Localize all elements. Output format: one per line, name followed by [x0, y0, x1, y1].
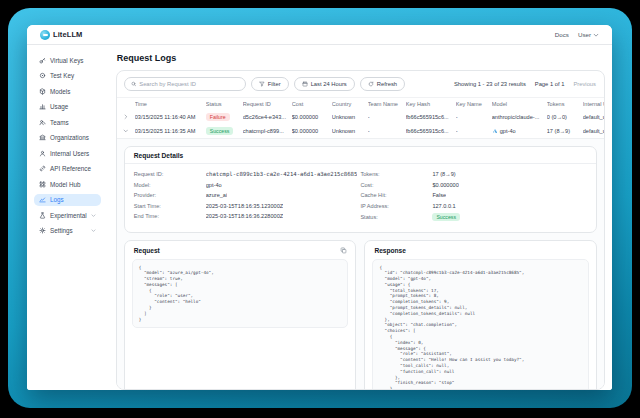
bank-icon [39, 134, 46, 141]
page-indicator: Page 1 of 1 [535, 81, 565, 87]
sidebar-item-organizations[interactable]: Organizations [34, 132, 101, 145]
sidebar-item-teams[interactable]: Teams [34, 116, 101, 129]
response-json: { "id": "chatcmpl-c899c1b3-ca2e-4214-a6d… [372, 259, 589, 390]
search-input[interactable] [139, 81, 238, 87]
sidebar-item-settings[interactable]: Settings [34, 225, 101, 238]
table-row-expanded[interactable]: 03/15/2025 11:16:35 AM Success chatcmpl-… [117, 124, 604, 138]
key-icon [39, 57, 46, 64]
refresh-button[interactable]: Refresh [360, 77, 405, 91]
logs-toolbar: Filter Last 24 Hours Refresh Showing 1 -… [117, 71, 604, 97]
page-title: Request Logs [117, 53, 605, 63]
tokens-value: 17 (8→9) [432, 171, 455, 177]
bar-chart-icon [39, 103, 46, 110]
request-panel-title: Request [134, 247, 160, 254]
chevron-down-icon [91, 228, 96, 233]
flask-icon [39, 212, 46, 219]
ip-address-value: 127.0.0.1 [432, 203, 455, 209]
request-panel: Request { "model": "azure_ai/gpt-4o", "s… [124, 240, 357, 390]
previous-page-button[interactable]: Previous [573, 81, 596, 87]
litellm-logo-icon [40, 30, 50, 40]
sidebar-item-logs[interactable]: Logs [34, 194, 101, 207]
user-icon [39, 150, 46, 157]
end-time-value: 2025-03-15T18:16:36.228000Z [206, 213, 283, 219]
request-details-card: Request Details Request ID:chatcmpl-c899… [124, 146, 597, 233]
status-badge: Success [432, 213, 460, 221]
calendar-icon [302, 81, 308, 87]
model-value: gpt-4o [206, 182, 222, 188]
response-panel: Response { "id": "chatcmpl-c899c1b3-ca2e… [364, 240, 597, 390]
sidebar-item-api-reference[interactable]: API Reference [34, 163, 101, 176]
chevron-right-icon [123, 114, 129, 120]
copy-icon [340, 247, 347, 254]
app-window: LiteLLM Docs User Virtual Keys Test Ke [27, 25, 612, 390]
link-icon [39, 165, 46, 172]
copy-button[interactable] [340, 247, 347, 254]
table-row[interactable]: 03/15/2025 11:16:40 AM Failure d5c26ce4-… [117, 110, 604, 124]
gear-icon [39, 227, 46, 234]
filter-button[interactable]: Filter [251, 77, 289, 91]
time-range-button[interactable]: Last 24 Hours [294, 77, 355, 91]
logs-card: Filter Last 24 Hours Refresh Showing 1 -… [116, 70, 605, 390]
sidebar-item-experimental[interactable]: Experimental [34, 209, 101, 222]
expand-row-button[interactable] [121, 114, 135, 120]
cost-value: $0.000000 [432, 182, 458, 188]
request-id-value: chatcmpl-c899c1b3-ca2e-4214-a6d1-a3ae215… [206, 171, 358, 177]
user-menu[interactable]: User [578, 31, 599, 38]
grid-icon [39, 181, 46, 188]
docs-link[interactable]: Docs [555, 31, 569, 38]
sidebar-item-internal-users[interactable]: Internal Users [34, 147, 101, 160]
status-badge: Success [206, 127, 234, 135]
team-icon [39, 119, 46, 126]
sidebar-item-usage[interactable]: Usage [34, 101, 101, 114]
azure-provider-icon [492, 128, 498, 134]
expanded-row-panel: Request Details Request ID:chatcmpl-c899… [117, 138, 604, 389]
start-time-value: 2025-03-15T18:16:35.123000Z [206, 203, 283, 209]
refresh-icon [368, 81, 374, 87]
table-header-row: Time Status Request ID Cost Country Team… [117, 97, 604, 110]
chevron-down-icon [593, 32, 599, 38]
request-details-title: Request Details [125, 147, 596, 164]
chevron-down-icon [123, 128, 129, 134]
status-badge: Failure [206, 113, 230, 121]
cache-hit-value: False [432, 192, 446, 198]
target-icon [39, 72, 46, 79]
user-menu-label: User [578, 31, 591, 38]
sidebar-item-test-key[interactable]: Test Key [34, 70, 101, 83]
collapse-row-button[interactable] [121, 128, 135, 134]
search-box[interactable] [124, 77, 246, 91]
top-navbar: LiteLLM Docs User [27, 25, 612, 45]
response-panel-title: Response [374, 247, 406, 254]
request-json: { "model": "azure_ai/gpt-4o", "stream": … [132, 259, 349, 329]
sidebar-item-models[interactable]: Models [34, 85, 101, 98]
brand-name: LiteLLM [53, 30, 82, 39]
sidebar-item-model-hub[interactable]: Model Hub [34, 178, 101, 191]
chevron-down-icon [91, 213, 96, 218]
main-content: Request Logs Filter [107, 45, 612, 390]
results-count: Showing 1 - 23 of 23 results [454, 81, 526, 87]
line-chart-icon [39, 196, 46, 203]
sidebar-item-virtual-keys[interactable]: Virtual Keys [34, 54, 101, 67]
search-icon [131, 81, 137, 87]
funnel-icon [259, 81, 265, 87]
brand[interactable]: LiteLLM [40, 30, 82, 40]
logs-table: Time Status Request ID Cost Country Team… [117, 97, 604, 138]
cube-icon [39, 88, 46, 95]
provider-value: azure_ai [206, 192, 227, 198]
mockup-stage: LiteLLM Docs User Virtual Keys Test Ke [0, 0, 640, 418]
sidebar: Virtual Keys Test Key Models Usage Teams [27, 45, 107, 390]
